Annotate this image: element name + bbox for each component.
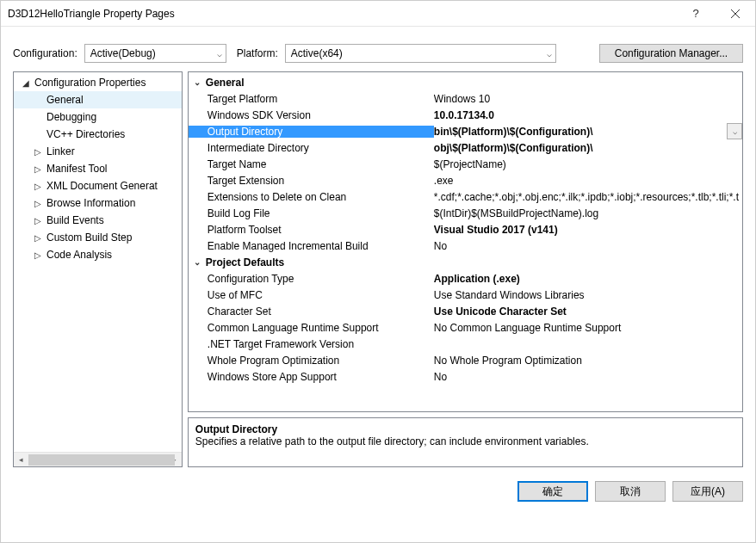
collapse-icon: ⌄ xyxy=(194,257,206,267)
property-row[interactable]: Windows Store App SupportNo xyxy=(189,368,742,385)
expand-icon: ▷ xyxy=(33,164,43,174)
config-row: Configuration: Active(Debug) ⌵ Platform:… xyxy=(1,27,755,71)
collapse-icon: ⌄ xyxy=(194,77,206,87)
property-name: Windows SDK Version xyxy=(208,109,434,121)
expand-icon: ▷ xyxy=(33,250,43,260)
property-value[interactable]: $(ProjectName) xyxy=(434,158,742,170)
tree-item[interactable]: ▷XML Document Generat xyxy=(14,177,182,194)
property-row[interactable]: Common Language Runtime SupportNo Common… xyxy=(189,319,742,336)
tree-item[interactable]: ▷Browse Information xyxy=(14,194,182,212)
property-name: Whole Program Optimization xyxy=(208,355,434,367)
horizontal-scrollbar[interactable]: ◂ ▸ xyxy=(14,452,182,466)
ok-button[interactable]: 确定 xyxy=(517,481,588,502)
dropdown-icon[interactable]: ⌵ xyxy=(727,123,742,139)
property-name: Extensions to Delete on Clean xyxy=(208,191,434,203)
property-name: Enable Managed Incremental Build xyxy=(208,240,434,252)
titlebar: D3D12HelloTriangle Property Pages ? xyxy=(1,1,755,27)
property-row[interactable]: Output Directorybin\$(Platform)\$(Config… xyxy=(189,123,742,139)
expand-icon: ▷ xyxy=(33,216,43,225)
platform-combo[interactable]: Active(x64) ⌵ xyxy=(285,44,556,63)
property-row[interactable]: Whole Program OptimizationNo Whole Progr… xyxy=(189,352,742,368)
property-name: Configuration Type xyxy=(208,273,434,285)
cancel-button[interactable]: 取消 xyxy=(595,481,666,502)
scroll-thumb[interactable] xyxy=(28,454,175,466)
property-row[interactable]: Enable Managed Incremental BuildNo xyxy=(189,238,742,254)
window-title: D3D12HelloTriangle Property Pages xyxy=(8,8,175,20)
property-value[interactable]: .exe xyxy=(434,175,742,187)
property-name: Build Log File xyxy=(208,207,434,219)
property-name: Platform Toolset xyxy=(208,224,434,236)
tree-item[interactable]: ▷Manifest Tool xyxy=(14,160,182,177)
property-value[interactable]: Visual Studio 2017 (v141) xyxy=(434,224,742,236)
chevron-down-icon: ⌵ xyxy=(217,49,222,59)
property-value[interactable]: Application (.exe) xyxy=(434,273,742,285)
property-value[interactable]: No Common Language Runtime Support xyxy=(434,322,742,334)
property-value[interactable]: *.cdf;*.cache;*.obj;*.obj.enc;*.ilk;*.ip… xyxy=(434,191,742,203)
section-header[interactable]: ⌄Project Defaults xyxy=(189,254,742,270)
property-row[interactable]: Character SetUse Unicode Character Set xyxy=(189,303,742,319)
tree-item[interactable]: General xyxy=(14,91,182,108)
property-value[interactable]: Use Unicode Character Set xyxy=(434,305,742,318)
tree-item[interactable]: ▷Build Events xyxy=(14,212,182,229)
expand-icon: ▷ xyxy=(33,182,43,191)
configuration-label: Configuration: xyxy=(13,47,77,59)
property-name: Windows Store App Support xyxy=(208,371,434,383)
property-row[interactable]: .NET Target Framework Version xyxy=(189,336,742,352)
help-button[interactable]: ? xyxy=(676,1,716,27)
property-name: Output Directory xyxy=(189,126,434,138)
chevron-down-icon: ⌵ xyxy=(547,49,552,59)
property-name: Target Name xyxy=(208,158,434,170)
property-value[interactable]: Use Standard Windows Libraries xyxy=(434,289,742,301)
property-name: Target Platform xyxy=(208,93,434,105)
property-name: Use of MFC xyxy=(208,289,434,301)
section-header[interactable]: ⌄General xyxy=(189,74,742,90)
description-panel: Output Directory Specifies a relative pa… xyxy=(188,417,743,467)
property-row[interactable]: Build Log File$(IntDir)$(MSBuildProjectN… xyxy=(189,205,742,221)
property-row[interactable]: Configuration TypeApplication (.exe) xyxy=(189,270,742,287)
property-value[interactable]: 10.0.17134.0 xyxy=(434,109,742,121)
expand-icon: ▷ xyxy=(33,199,43,208)
footer: 确定 取消 应用(A) xyxy=(1,467,755,502)
tree-item[interactable]: VC++ Directories xyxy=(14,126,182,143)
property-name: Character Set xyxy=(208,305,434,318)
property-name: Target Extension xyxy=(208,175,434,187)
property-row[interactable]: Platform ToolsetVisual Studio 2017 (v141… xyxy=(189,221,742,238)
configuration-manager-button[interactable]: Configuration Manager... xyxy=(599,44,743,63)
property-row[interactable]: Windows SDK Version10.0.17134.0 xyxy=(189,107,742,123)
property-value[interactable]: bin\$(Platform)\$(Configuration)\ xyxy=(434,126,727,138)
tree-item[interactable]: Debugging xyxy=(14,108,182,126)
property-value[interactable]: No xyxy=(434,371,742,383)
collapse-icon: ◢ xyxy=(21,78,31,88)
property-name: Common Language Runtime Support xyxy=(208,322,434,334)
scroll-left-icon[interactable]: ◂ xyxy=(14,453,28,467)
property-row[interactable]: Use of MFCUse Standard Windows Libraries xyxy=(189,287,742,303)
property-value[interactable]: $(IntDir)$(MSBuildProjectName).log xyxy=(434,207,742,219)
property-value[interactable]: obj\$(Platform)\$(Configuration)\ xyxy=(434,142,742,154)
property-row[interactable]: Extensions to Delete on Clean*.cdf;*.cac… xyxy=(189,188,742,205)
tree-item[interactable]: ▷Custom Build Step xyxy=(14,229,182,246)
property-row[interactable]: Intermediate Directoryobj\$(Platform)\$(… xyxy=(189,139,742,156)
tree-panel: ◢Configuration PropertiesGeneralDebuggin… xyxy=(13,71,183,467)
configuration-value: Active(Debug) xyxy=(90,47,156,59)
property-value[interactable]: Windows 10 xyxy=(434,93,742,105)
configuration-combo[interactable]: Active(Debug) ⌵ xyxy=(84,44,226,63)
tree-root[interactable]: ◢Configuration Properties xyxy=(14,74,182,91)
property-grid: ⌄GeneralTarget PlatformWindows 10Windows… xyxy=(188,71,743,412)
tree-item[interactable]: ▷Code Analysis xyxy=(14,246,182,263)
expand-icon: ▷ xyxy=(33,147,43,157)
close-button[interactable] xyxy=(716,1,755,27)
platform-label: Platform: xyxy=(237,47,278,59)
tree-item[interactable]: ▷Linker xyxy=(14,143,182,160)
property-row[interactable]: Target PlatformWindows 10 xyxy=(189,90,742,107)
property-row[interactable]: Target Extension.exe xyxy=(189,172,742,188)
apply-button[interactable]: 应用(A) xyxy=(672,481,743,502)
property-name: .NET Target Framework Version xyxy=(208,338,434,350)
property-name: Intermediate Directory xyxy=(208,142,434,154)
expand-icon: ▷ xyxy=(33,233,43,243)
property-row[interactable]: Target Name$(ProjectName) xyxy=(189,156,742,172)
description-text: Specifies a relative path to the output … xyxy=(195,435,735,447)
platform-value: Active(x64) xyxy=(291,47,343,59)
description-title: Output Directory xyxy=(195,423,735,435)
property-value[interactable]: No Whole Program Optimization xyxy=(434,355,742,367)
property-value[interactable]: No xyxy=(434,240,742,252)
